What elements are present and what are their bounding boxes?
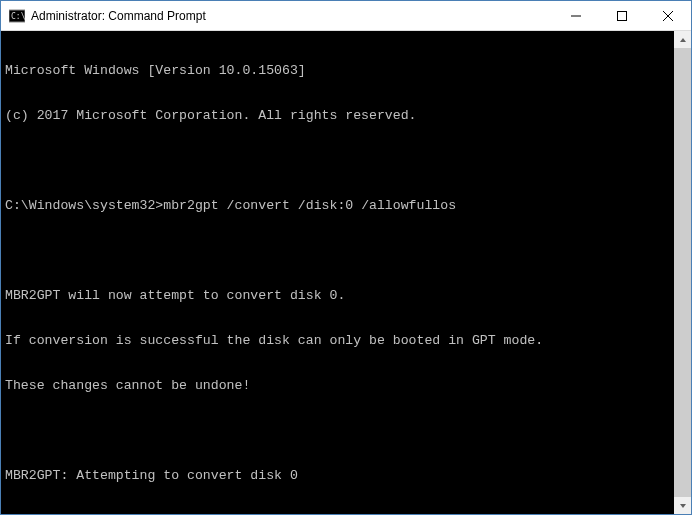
scroll-up-button[interactable] bbox=[674, 31, 691, 48]
terminal[interactable]: Microsoft Windows [Version 10.0.15063] (… bbox=[1, 31, 691, 514]
terminal-line: MBR2GPT: Attempting to convert disk 0 bbox=[5, 468, 687, 483]
scrollbar-thumb[interactable] bbox=[674, 48, 691, 497]
blank-line bbox=[5, 423, 687, 438]
terminal-line: These changes cannot be undone! bbox=[5, 378, 687, 393]
maximize-button[interactable] bbox=[599, 1, 645, 30]
svg-marker-6 bbox=[680, 38, 686, 42]
titlebar: C:\ Administrator: Command Prompt bbox=[1, 1, 691, 31]
scrollbar-track[interactable] bbox=[674, 48, 691, 497]
window-title: Administrator: Command Prompt bbox=[31, 9, 553, 23]
cmd-icon: C:\ bbox=[9, 8, 25, 24]
terminal-line: Microsoft Windows [Version 10.0.15063] bbox=[5, 63, 687, 78]
svg-rect-3 bbox=[618, 11, 627, 20]
svg-text:C:\: C:\ bbox=[11, 12, 25, 21]
minimize-button[interactable] bbox=[553, 1, 599, 30]
terminal-line: If conversion is successful the disk can… bbox=[5, 333, 687, 348]
prompt-text: C:\Windows\system32> bbox=[5, 198, 163, 213]
close-button[interactable] bbox=[645, 1, 691, 30]
terminal-content: Microsoft Windows [Version 10.0.15063] (… bbox=[1, 31, 691, 514]
command-text: mbr2gpt /convert /disk:0 /allowfullos bbox=[163, 198, 456, 213]
blank-line bbox=[5, 243, 687, 258]
prompt-line: C:\Windows\system32>mbr2gpt /convert /di… bbox=[5, 198, 687, 213]
terminal-line: MBR2GPT: Retrieving layout of disk bbox=[5, 513, 687, 514]
svg-marker-7 bbox=[680, 504, 686, 508]
scrollbar[interactable] bbox=[674, 31, 691, 514]
scroll-down-button[interactable] bbox=[674, 497, 691, 514]
terminal-line: MBR2GPT will now attempt to convert disk… bbox=[5, 288, 687, 303]
terminal-line: (c) 2017 Microsoft Corporation. All righ… bbox=[5, 108, 687, 123]
blank-line bbox=[5, 153, 687, 168]
window-controls bbox=[553, 1, 691, 30]
